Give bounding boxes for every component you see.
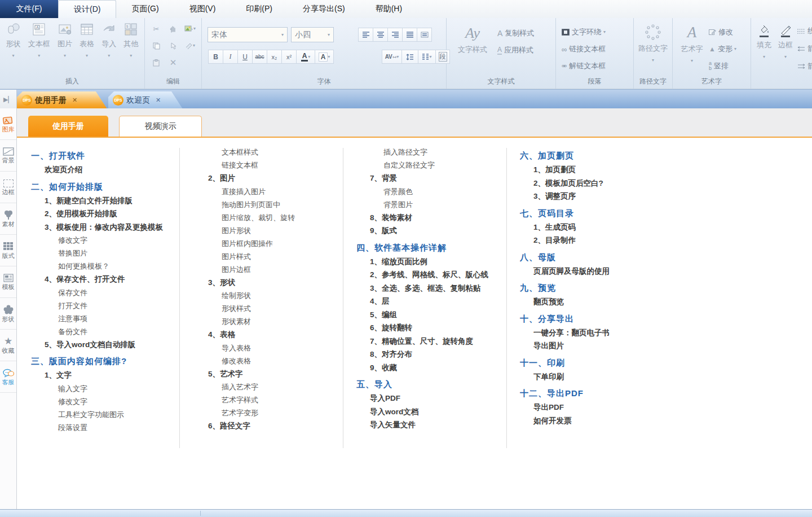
sidebar-item-layout[interactable]: 版式 — [0, 235, 16, 266]
document-tab-welcome[interactable]: DPS 欢迎页 ✕ — [108, 91, 183, 109]
toc-item[interactable]: 修改文字 — [58, 234, 175, 247]
toc-item[interactable]: 注意事项 — [58, 312, 175, 325]
toc-item[interactable]: 三、版面内容如何编排? — [31, 354, 175, 369]
sidebar-item-background[interactable]: 背景 — [0, 140, 16, 172]
toc-item[interactable]: 修改表格 — [222, 354, 338, 367]
toc-item[interactable]: 十一、印刷 — [520, 356, 681, 370]
menu-tab-print[interactable]: 印刷(P) — [231, 0, 288, 18]
toc-item[interactable]: 插入艺术字 — [222, 380, 338, 393]
toc-item[interactable]: 十二、导出PDF — [520, 386, 681, 401]
insert-table-button[interactable]: 表格▾ — [80, 23, 94, 58]
toc-item[interactable]: 2、模板加页后空白? — [533, 177, 681, 190]
toc-item[interactable]: 1、加页删页 — [533, 163, 681, 177]
toc-item[interactable]: 欢迎页介绍 — [45, 163, 175, 177]
font-color-button[interactable]: A ▾ — [296, 50, 315, 64]
copy-icon[interactable] — [149, 40, 163, 52]
copy-style-button[interactable]: A 复制样式 — [497, 28, 534, 38]
toc-item[interactable]: 6、路径文字 — [208, 419, 338, 433]
toc-item[interactable]: 2、参考线、网格线、标尺、版心线 — [370, 268, 503, 282]
align-right-icon[interactable] — [387, 28, 403, 42]
toc-item[interactable]: 七、页码目录 — [520, 206, 681, 221]
format-painter-icon[interactable]: ▾ — [183, 40, 197, 52]
path-text-big-button[interactable]: 路径文字 ▾ — [636, 24, 670, 63]
toc-item[interactable]: 如何开发票 — [533, 414, 681, 428]
toc-item[interactable]: 一、打开软件 — [31, 148, 175, 163]
toc-item[interactable]: 一键分享：翻页电子书 — [533, 326, 681, 340]
insert-image-button[interactable]: 图片▾ — [58, 23, 72, 58]
toc-item[interactable]: 下单印刷 — [533, 370, 681, 384]
toc-item[interactable]: 背景颜色 — [383, 185, 503, 198]
toc-item[interactable]: 3、形状 — [208, 276, 338, 290]
toc-item[interactable]: 导出PDF — [533, 401, 681, 414]
toc-item[interactable]: 1、新建空白文件开始排版 — [45, 194, 175, 208]
text-wrap-button[interactable]: 文字环绕▾ — [562, 27, 606, 37]
toc-item[interactable]: 背景图片 — [383, 198, 503, 211]
toc-item[interactable]: 5、编组 — [370, 308, 503, 322]
toc-item[interactable]: 7、精确位置、尺寸、旋转角度 — [370, 335, 503, 348]
toc-item[interactable]: 3、全选、多选、框选、复制粘贴 — [370, 282, 503, 295]
unlink-textbox-button[interactable]: ⚮ 解链文本框 — [562, 61, 606, 71]
sidebar-item-template[interactable]: 模板 — [0, 266, 16, 298]
sidebar-item-service[interactable]: 客服 — [0, 361, 16, 393]
toc-item[interactable]: 图片样式 — [222, 250, 338, 263]
vertical-text-button[interactable]: ab 竖排 — [709, 61, 729, 71]
toc-item[interactable]: 二、如何开始排版 — [31, 179, 175, 194]
char-background-button[interactable]: A ▾ — [315, 50, 334, 64]
toc-item[interactable]: 2、目录制作 — [533, 234, 681, 247]
sidebar-item-favorites[interactable]: ★ 收藏 — [0, 330, 16, 361]
toc-item[interactable]: 页眉页脚及母版的使用 — [533, 265, 681, 278]
sidebar-item-gallery[interactable]: 图库 — [0, 108, 16, 140]
toc-item[interactable]: 段落设置 — [58, 421, 175, 434]
close-icon[interactable]: ✕ — [156, 97, 161, 104]
toc-item[interactable]: 2、图片 — [208, 172, 338, 185]
toc-item[interactable]: 艺术字变形 — [222, 406, 338, 419]
toc-item[interactable]: 图片形状 — [222, 224, 338, 237]
wordart-modify-button[interactable]: 修改 — [709, 27, 733, 37]
toc-item[interactable]: 9、收藏 — [370, 361, 503, 375]
menu-tab-view[interactable]: 视图(V) — [174, 0, 231, 18]
toc-item[interactable]: 5、导入word文档自动排版 — [45, 338, 175, 352]
toc-item[interactable]: 形状样式 — [222, 302, 338, 315]
toc-item[interactable]: 4、表格 — [208, 328, 338, 341]
tab-video-demo[interactable]: 视频演示 — [119, 116, 202, 137]
italic-button[interactable]: I — [223, 50, 238, 64]
align-center-icon[interactable] — [373, 28, 388, 42]
toc-item[interactable]: 8、对齐分布 — [370, 348, 503, 361]
align-left-icon[interactable] — [358, 28, 373, 42]
insert-other-button[interactable]: 5其他▾ — [123, 23, 138, 58]
underline-button[interactable]: U — [237, 50, 253, 64]
char-spacing-button[interactable]: AV ⇿▾ — [382, 50, 402, 64]
file-menu-button[interactable]: 文件(F) — [0, 0, 58, 18]
toc-item[interactable]: 7、背景 — [370, 172, 503, 185]
toc-item[interactable]: 八、母版 — [520, 250, 681, 265]
arrow-start-button[interactable]: 箭 — [797, 43, 812, 54]
toc-item[interactable]: 四、软件基本操作详解 — [356, 240, 503, 255]
toc-item[interactable]: 1、文字 — [45, 369, 175, 382]
line-spacing-button[interactable] — [401, 50, 418, 64]
toc-item[interactable]: 图片框内图操作 — [222, 237, 338, 250]
toc-item[interactable]: 拖动图片到页面中 — [222, 198, 338, 211]
toc-item[interactable]: 5、艺术字 — [208, 367, 338, 381]
toc-item[interactable]: 图片边框 — [222, 263, 338, 276]
toc-item[interactable]: 十、分享导出 — [520, 312, 681, 326]
toc-item[interactable]: 工具栏文字功能图示 — [58, 408, 175, 421]
fill-button[interactable]: 填充 ▾ — [754, 25, 774, 59]
toc-item[interactable]: 文本框样式 — [222, 146, 338, 159]
wordart-big-button[interactable]: A 艺术字 ▾ — [677, 24, 707, 63]
superscript-button[interactable]: x² — [281, 50, 297, 64]
toc-item[interactable]: 替换图片 — [58, 247, 175, 260]
sidebar-item-material[interactable]: 素材 — [0, 203, 16, 235]
toc-item[interactable]: 九、预览 — [520, 281, 681, 295]
hand-pan-icon[interactable] — [166, 23, 180, 35]
toc-item[interactable]: 艺术字样式 — [222, 393, 338, 406]
toc-item[interactable]: 3、调整页序 — [533, 190, 681, 203]
toc-item[interactable]: 翻页预览 — [533, 295, 681, 309]
toc-item[interactable]: 修改文字 — [58, 395, 175, 408]
insert-shape-button[interactable]: 形状▾ — [6, 23, 21, 58]
menu-tab-design[interactable]: 设计(D) — [58, 0, 116, 18]
menu-tab-help[interactable]: 帮助(H) — [360, 0, 417, 18]
panel-expand-toggle[interactable]: ▶▏ — [0, 90, 17, 109]
document-tab-manual[interactable]: DPS 使用手册 ✕ — [17, 91, 107, 109]
cut-icon[interactable]: ✂ — [149, 23, 163, 35]
select-cursor-icon[interactable] — [166, 40, 180, 52]
